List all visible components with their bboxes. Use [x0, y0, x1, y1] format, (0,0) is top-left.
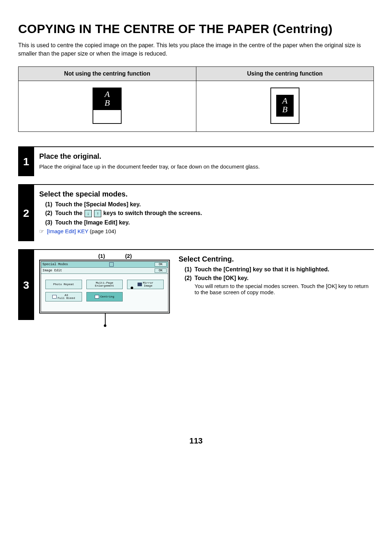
- softkey-centring[interactable]: Centring: [86, 292, 123, 301]
- page-title: COPYING IN THE CENTRE OF THE PAPER (Cent…: [18, 22, 374, 36]
- substep: Touch the keys to switch through the scr…: [47, 210, 374, 217]
- step-heading: Select Centring.: [179, 255, 374, 263]
- paper-illustration-left: A B: [93, 88, 122, 124]
- softkey-photo-repeat[interactable]: Photo Repeat: [45, 280, 82, 289]
- sample-glyph-a: A: [105, 90, 110, 98]
- intro-text: This is used to centre the copied image …: [18, 41, 374, 58]
- softkey-a3-full-bleed[interactable]: A3 Full Bleed: [45, 292, 82, 301]
- substep: Touch the [Special Modes] key.: [47, 201, 374, 208]
- leader-dot: [104, 324, 106, 327]
- step-heading: Select the special modes.: [39, 190, 374, 198]
- page-number: 113: [18, 436, 374, 446]
- ok-button[interactable]: OK: [155, 262, 167, 267]
- mirror-icon: [138, 283, 142, 286]
- callout-labels: (1) (2): [39, 253, 170, 259]
- screen-subtitle: Image Edit: [42, 269, 62, 272]
- down-arrow-key-icon: [85, 210, 92, 217]
- callout-2: (2): [124, 253, 133, 259]
- substep: Touch the [OK] key. You will return to t…: [187, 275, 374, 295]
- substep: Touch the [Centring] key so that it is h…: [187, 266, 374, 273]
- touchscreen-illustration: Special Modes OK Image Edit OK: [39, 260, 170, 313]
- callout-1: (1): [97, 253, 106, 259]
- comparison-table: Not using the centring function Using th…: [18, 66, 374, 132]
- cmp-header-left: Not using the centring function: [19, 67, 196, 81]
- ok-button[interactable]: OK: [155, 268, 167, 273]
- fullbleed-icon: [52, 295, 57, 299]
- centring-icon: [95, 295, 99, 299]
- substep-note: You will return to the special modes scr…: [195, 283, 374, 295]
- step-text: Place the original face up in the docume…: [39, 163, 374, 170]
- step-1: 1 Place the original. Place the original…: [18, 146, 374, 176]
- softkey-multipage-enlargement[interactable]: Multi-Page Enlargement: [86, 280, 123, 289]
- up-arrow-key-icon: [94, 210, 101, 217]
- substeps: Touch the [Special Modes] key. Touch the…: [39, 201, 374, 226]
- cross-reference-link[interactable]: [Image Edit] KEY: [47, 228, 88, 234]
- cmp-cell-left: A B: [19, 81, 196, 132]
- step-number: 3: [18, 250, 34, 320]
- step-number: 1: [18, 147, 34, 176]
- sample-glyph-b: B: [105, 98, 110, 107]
- substep: Touch the [Image Edit] key.: [47, 219, 374, 226]
- step-number: 2: [18, 185, 34, 241]
- cross-reference-page: (page 104): [88, 228, 116, 234]
- step-3: 3 (1) (2) Special Modes: [18, 249, 374, 320]
- substeps: Touch the [Centring] key so that it is h…: [179, 266, 374, 295]
- sample-glyph-b: B: [282, 105, 287, 114]
- mode-icon: [109, 262, 114, 267]
- cross-reference: ☞ [Image Edit] KEY (page 104): [39, 228, 374, 235]
- pointer-icon: ☞: [39, 228, 44, 235]
- cmp-header-right: Using the centring function: [196, 67, 374, 81]
- step-heading: Place the original.: [39, 152, 374, 161]
- cmp-cell-right: A B: [196, 81, 374, 132]
- paper-illustration-right: A B: [270, 88, 299, 124]
- sample-glyph-a: A: [282, 96, 287, 105]
- step-2: 2 Select the special modes. Touch the [S…: [18, 184, 374, 241]
- screen-title: Special Modes: [42, 263, 68, 266]
